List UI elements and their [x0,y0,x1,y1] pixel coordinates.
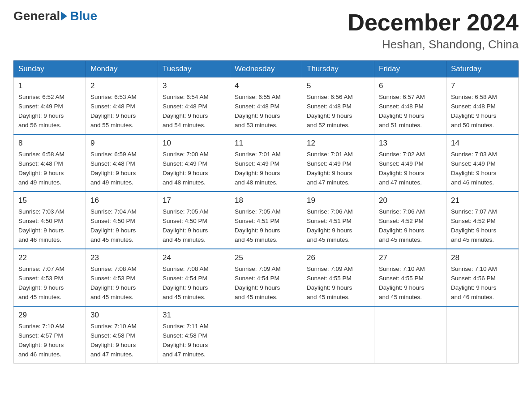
day-number: 4 [235,80,297,92]
day-number: 9 [90,137,153,149]
calendar-cell-w2-d1: 8 Sunrise: 6:58 AM Sunset: 4:48 PM Dayli… [14,134,86,192]
day-info: Sunrise: 6:59 AM Sunset: 4:48 PM Dayligh… [90,150,153,188]
day-number: 16 [90,195,153,206]
day-info: Sunrise: 7:10 AM Sunset: 4:56 PM Dayligh… [451,265,514,302]
day-info: Sunrise: 7:03 AM Sunset: 4:50 PM Dayligh… [18,207,81,245]
calendar-cell-w3-d5: 19 Sunrise: 7:06 AM Sunset: 4:51 PM Dayl… [302,192,374,249]
header-saturday: Saturday [446,61,519,77]
day-info: Sunrise: 7:01 AM Sunset: 4:49 PM Dayligh… [235,150,297,188]
day-info: Sunrise: 6:56 AM Sunset: 4:48 PM Dayligh… [307,93,369,130]
day-number: 15 [18,195,81,206]
day-number: 11 [235,137,297,149]
day-number: 7 [451,80,514,92]
calendar-cell-w1-d1: 1 Sunrise: 6:52 AM Sunset: 4:49 PM Dayli… [14,77,86,135]
day-info: Sunrise: 7:07 AM Sunset: 4:53 PM Dayligh… [18,265,81,302]
calendar-header-row: Sunday Monday Tuesday Wednesday Thursday… [14,61,519,77]
calendar-cell-w5-d4 [230,306,302,364]
day-info: Sunrise: 6:52 AM Sunset: 4:49 PM Dayligh… [18,93,81,130]
calendar-cell-w4-d7: 28 Sunrise: 7:10 AM Sunset: 4:56 PM Dayl… [446,249,519,306]
calendar-cell-w2-d5: 12 Sunrise: 7:01 AM Sunset: 4:49 PM Dayl… [302,134,374,192]
header-tuesday: Tuesday [158,61,230,77]
day-number: 19 [307,195,369,206]
header-wednesday: Wednesday [230,61,302,77]
header-sunday: Sunday [14,61,86,77]
day-number: 23 [90,252,153,264]
calendar-week-4: 22 Sunrise: 7:07 AM Sunset: 4:53 PM Dayl… [14,249,519,306]
day-number: 22 [18,252,81,264]
calendar-cell-w5-d5 [302,306,374,364]
calendar-cell-w1-d3: 3 Sunrise: 6:54 AM Sunset: 4:48 PM Dayli… [158,77,230,135]
day-info: Sunrise: 7:11 AM Sunset: 4:58 PM Dayligh… [163,322,225,360]
day-info: Sunrise: 7:01 AM Sunset: 4:49 PM Dayligh… [307,150,369,188]
calendar-table: Sunday Monday Tuesday Wednesday Thursday… [13,60,519,364]
calendar-cell-w4-d5: 26 Sunrise: 7:09 AM Sunset: 4:55 PM Dayl… [302,249,374,306]
calendar-cell-w2-d2: 9 Sunrise: 6:59 AM Sunset: 4:48 PM Dayli… [86,134,158,192]
day-info: Sunrise: 7:09 AM Sunset: 4:54 PM Dayligh… [235,265,297,302]
header-monday: Monday [86,61,158,77]
day-number: 26 [307,252,369,264]
calendar-cell-w5-d6 [374,306,446,364]
day-info: Sunrise: 7:03 AM Sunset: 4:49 PM Dayligh… [451,150,514,188]
calendar-cell-w1-d4: 4 Sunrise: 6:55 AM Sunset: 4:48 PM Dayli… [230,77,302,135]
calendar-cell-w2-d4: 11 Sunrise: 7:01 AM Sunset: 4:49 PM Dayl… [230,134,302,192]
day-info: Sunrise: 6:54 AM Sunset: 4:48 PM Dayligh… [163,93,225,130]
calendar-cell-w4-d6: 27 Sunrise: 7:10 AM Sunset: 4:55 PM Dayl… [374,249,446,306]
day-info: Sunrise: 7:04 AM Sunset: 4:50 PM Dayligh… [90,207,153,245]
calendar-cell-w2-d7: 14 Sunrise: 7:03 AM Sunset: 4:49 PM Dayl… [446,134,519,192]
calendar-cell-w3-d7: 21 Sunrise: 7:07 AM Sunset: 4:52 PM Dayl… [446,192,519,249]
day-number: 12 [307,137,369,149]
day-info: Sunrise: 6:58 AM Sunset: 4:48 PM Dayligh… [18,150,81,188]
calendar-cell-w1-d2: 2 Sunrise: 6:53 AM Sunset: 4:48 PM Dayli… [86,77,158,135]
day-info: Sunrise: 7:09 AM Sunset: 4:55 PM Dayligh… [307,265,369,302]
calendar-cell-w5-d1: 29 Sunrise: 7:10 AM Sunset: 4:57 PM Dayl… [14,306,86,364]
day-number: 17 [163,195,225,206]
day-info: Sunrise: 7:06 AM Sunset: 4:51 PM Dayligh… [307,207,369,245]
calendar-cell-w4-d2: 23 Sunrise: 7:08 AM Sunset: 4:53 PM Dayl… [86,249,158,306]
calendar-cell-w3-d4: 18 Sunrise: 7:05 AM Sunset: 4:51 PM Dayl… [230,192,302,249]
day-number: 28 [451,252,514,264]
logo-arrow-icon [61,12,67,21]
day-number: 6 [379,80,442,92]
day-number: 18 [235,195,297,206]
day-info: Sunrise: 7:05 AM Sunset: 4:51 PM Dayligh… [235,207,297,245]
calendar-cell-w1-d5: 5 Sunrise: 6:56 AM Sunset: 4:48 PM Dayli… [302,77,374,135]
logo: General Blue [13,9,97,23]
day-info: Sunrise: 7:10 AM Sunset: 4:55 PM Dayligh… [379,265,442,302]
day-number: 3 [163,80,225,92]
day-info: Sunrise: 6:57 AM Sunset: 4:48 PM Dayligh… [379,93,442,130]
header-thursday: Thursday [302,61,374,77]
day-info: Sunrise: 7:02 AM Sunset: 4:49 PM Dayligh… [379,150,442,188]
day-info: Sunrise: 7:10 AM Sunset: 4:57 PM Dayligh… [18,322,81,360]
day-info: Sunrise: 7:07 AM Sunset: 4:52 PM Dayligh… [451,207,514,245]
day-info: Sunrise: 7:10 AM Sunset: 4:58 PM Dayligh… [90,322,153,360]
calendar-cell-w2-d3: 10 Sunrise: 7:00 AM Sunset: 4:49 PM Dayl… [158,134,230,192]
day-info: Sunrise: 7:08 AM Sunset: 4:53 PM Dayligh… [90,265,153,302]
calendar-cell-w1-d7: 7 Sunrise: 6:58 AM Sunset: 4:48 PM Dayli… [446,77,519,135]
title-section: December 2024 Heshan, Shandong, China [348,9,519,51]
calendar-cell-w5-d7 [446,306,519,364]
month-title: December 2024 [348,9,519,36]
calendar-cell-w3-d3: 17 Sunrise: 7:05 AM Sunset: 4:50 PM Dayl… [158,192,230,249]
header-friday: Friday [374,61,446,77]
calendar-week-5: 29 Sunrise: 7:10 AM Sunset: 4:57 PM Dayl… [14,306,519,364]
calendar-cell-w5-d2: 30 Sunrise: 7:10 AM Sunset: 4:58 PM Dayl… [86,306,158,364]
day-info: Sunrise: 7:06 AM Sunset: 4:52 PM Dayligh… [379,207,442,245]
calendar-cell-w5-d3: 31 Sunrise: 7:11 AM Sunset: 4:58 PM Dayl… [158,306,230,364]
calendar-cell-w4-d1: 22 Sunrise: 7:07 AM Sunset: 4:53 PM Dayl… [14,249,86,306]
day-number: 24 [163,252,225,264]
day-info: Sunrise: 6:58 AM Sunset: 4:48 PM Dayligh… [451,93,514,130]
calendar-cell-w3-d2: 16 Sunrise: 7:04 AM Sunset: 4:50 PM Dayl… [86,192,158,249]
logo-general-text: General [13,9,60,23]
day-number: 30 [90,309,153,321]
day-number: 20 [379,195,442,206]
calendar-cell-w3-d1: 15 Sunrise: 7:03 AM Sunset: 4:50 PM Dayl… [14,192,86,249]
day-info: Sunrise: 7:05 AM Sunset: 4:50 PM Dayligh… [163,207,225,245]
day-number: 31 [163,309,225,321]
day-info: Sunrise: 6:53 AM Sunset: 4:48 PM Dayligh… [90,93,153,130]
logo-blue-text: Blue [70,9,97,23]
day-number: 10 [163,137,225,149]
day-number: 27 [379,252,442,264]
day-info: Sunrise: 6:55 AM Sunset: 4:48 PM Dayligh… [235,93,297,130]
day-number: 25 [235,252,297,264]
calendar-week-3: 15 Sunrise: 7:03 AM Sunset: 4:50 PM Dayl… [14,192,519,249]
